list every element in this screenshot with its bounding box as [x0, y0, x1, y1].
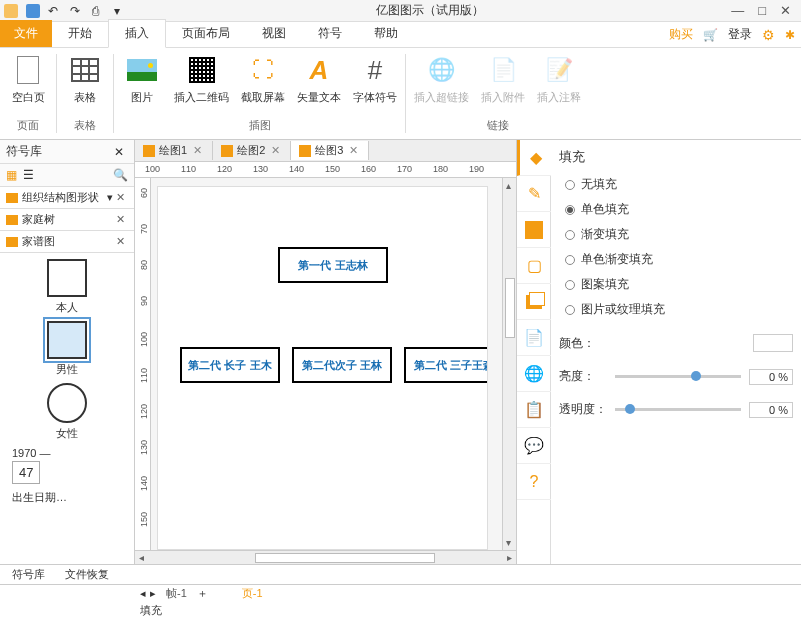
- doc-tab-3[interactable]: 绘图3 ✕: [291, 141, 369, 160]
- fill-pattern[interactable]: 图案填充: [565, 276, 793, 293]
- qr-icon: [189, 57, 215, 83]
- document-tabs: 绘图1 ✕ 绘图2 ✕ 绘图3 ✕: [135, 140, 516, 162]
- tab-start[interactable]: 开始: [52, 20, 108, 47]
- brightness-value[interactable]: 0 %: [749, 369, 793, 385]
- sheet-prev[interactable]: ◂: [140, 587, 146, 600]
- symbol-lib-tab[interactable]: 符号库: [6, 566, 51, 583]
- color-swatch[interactable]: [753, 334, 793, 352]
- fill-texture[interactable]: 图片或纹理填充: [565, 301, 793, 318]
- tab-insert[interactable]: 插入: [108, 19, 166, 48]
- tab-close[interactable]: ✕: [269, 144, 282, 157]
- sheet-next[interactable]: ▸: [150, 587, 156, 600]
- opacity-value[interactable]: 0 %: [749, 402, 793, 418]
- globe-tab-icon[interactable]: 🌐: [517, 356, 551, 392]
- shape-female[interactable]: 女性: [6, 383, 128, 441]
- fill-options: 无填充 单色填充 渐变填充 单色渐变填充 图案填充 图片或纹理填充: [559, 176, 793, 318]
- login-link[interactable]: 登录: [728, 26, 752, 43]
- maximize-button[interactable]: □: [758, 3, 766, 18]
- minimize-button[interactable]: —: [731, 3, 744, 18]
- scroll-thumb[interactable]: [255, 553, 435, 563]
- color-palette: 填充: [0, 602, 801, 618]
- comment-tab-icon[interactable]: 💬: [517, 428, 551, 464]
- print-icon[interactable]: ⎙: [92, 4, 106, 18]
- image-button[interactable]: 图片: [122, 54, 162, 105]
- cart-icon[interactable]: 🛒: [703, 28, 718, 42]
- scroll-thumb[interactable]: [505, 278, 515, 338]
- category-close[interactable]: ✕: [113, 213, 128, 226]
- line-tab-icon[interactable]: ✎: [517, 176, 551, 212]
- page-tab[interactable]: 页-1: [236, 586, 269, 601]
- panel-close-button[interactable]: ✕: [110, 145, 128, 159]
- save-icon[interactable]: [26, 4, 40, 18]
- window-buttons: — □ ✕: [731, 3, 801, 18]
- fill-solid[interactable]: 单色填充: [565, 201, 793, 218]
- table-button[interactable]: 表格: [65, 54, 105, 105]
- scroll-down-icon[interactable]: ▾: [506, 537, 511, 548]
- shape-male[interactable]: 男性: [6, 321, 128, 377]
- horizontal-scrollbar[interactable]: ◂ ▸: [135, 550, 516, 564]
- color-tab-icon[interactable]: [517, 212, 551, 248]
- fill-tab-icon[interactable]: ◆: [517, 140, 551, 176]
- doc-tab-icon[interactable]: 📋: [517, 392, 551, 428]
- fill-none[interactable]: 无填充: [565, 176, 793, 193]
- layer-tab-icon[interactable]: [517, 284, 551, 320]
- node-child-3[interactable]: 第二代 三子王森: [404, 347, 488, 383]
- category-close[interactable]: ✕: [113, 235, 128, 248]
- buy-link[interactable]: 购买: [669, 26, 693, 43]
- category-close[interactable]: ✕: [113, 191, 128, 204]
- node-child-1[interactable]: 第二代 长子 王木: [180, 347, 280, 383]
- scroll-left-icon[interactable]: ◂: [139, 552, 144, 563]
- brightness-label: 亮度：: [559, 368, 607, 385]
- tab-help[interactable]: 帮助: [358, 20, 414, 47]
- shadow-tab-icon[interactable]: ▢: [517, 248, 551, 284]
- node-child-2[interactable]: 第二代次子 王林: [292, 347, 392, 383]
- tab-layout[interactable]: 页面布局: [166, 20, 246, 47]
- year-label: 1970 —: [12, 447, 51, 459]
- shape-self[interactable]: 本人: [6, 259, 128, 315]
- node-gen1[interactable]: 第一代 王志林: [278, 247, 388, 283]
- scroll-up-icon[interactable]: ▴: [506, 180, 511, 191]
- sheet-add[interactable]: ＋: [197, 586, 208, 601]
- vector-text-button[interactable]: A 矢量文本: [297, 54, 341, 105]
- close-button[interactable]: ✕: [780, 3, 791, 18]
- tab-close[interactable]: ✕: [347, 144, 360, 157]
- settings-icon[interactable]: [762, 27, 775, 43]
- brightness-slider[interactable]: [615, 375, 741, 378]
- undo-icon[interactable]: ↶: [48, 4, 62, 18]
- image-icon: [127, 59, 157, 81]
- fill-gradient[interactable]: 渐变填充: [565, 226, 793, 243]
- doc-tab-2[interactable]: 绘图2 ✕: [213, 141, 291, 160]
- vertical-scrollbar[interactable]: ▴ ▾: [502, 178, 516, 550]
- tab-view[interactable]: 视图: [246, 20, 302, 47]
- frame-tab[interactable]: 帧-1: [160, 586, 193, 601]
- qat-more-icon[interactable]: ▾: [114, 4, 128, 18]
- hyperlink-button: 🌐 插入超链接: [414, 54, 469, 105]
- left-bottom-tabs: 符号库 文件恢复: [0, 564, 801, 584]
- search-icon[interactable]: [113, 168, 128, 182]
- screenshot-button[interactable]: ⛶ 截取屏幕: [241, 54, 285, 105]
- ribbon-group-link: 🌐 插入超链接 📄 插入附件 📝 插入注释 链接: [406, 48, 589, 139]
- page-tab-icon[interactable]: 📄: [517, 320, 551, 356]
- fill-solid-gradient[interactable]: 单色渐变填充: [565, 251, 793, 268]
- blank-page-button[interactable]: 空白页: [8, 54, 48, 105]
- help-tab-icon[interactable]: ?: [517, 464, 551, 500]
- file-recovery-tab[interactable]: 文件恢复: [59, 566, 115, 583]
- palette-label: 填充: [140, 603, 162, 618]
- doc-tab-1[interactable]: 绘图1 ✕: [135, 141, 213, 160]
- scroll-right-icon[interactable]: ▸: [507, 552, 512, 563]
- attachment-button: 📄 插入附件: [481, 54, 525, 105]
- file-menu[interactable]: 文件: [0, 20, 52, 47]
- opacity-slider[interactable]: [615, 408, 741, 411]
- category-genealogy[interactable]: 家谱图 ✕: [0, 231, 134, 253]
- category-family-tree[interactable]: 家庭树 ✕: [0, 209, 134, 231]
- tab-symbol[interactable]: 符号: [302, 20, 358, 47]
- qrcode-button[interactable]: 插入二维码: [174, 54, 229, 105]
- library-icon[interactable]: ▦: [6, 168, 17, 182]
- tab-close[interactable]: ✕: [191, 144, 204, 157]
- category-org-chart[interactable]: 组织结构图形状 ▾ ✕: [0, 187, 134, 209]
- year-value[interactable]: 47: [12, 461, 40, 484]
- drawing-canvas[interactable]: 第一代 王志林 第二代 长子 王木 第二代次子 王林 第二代 三子王森: [157, 186, 488, 550]
- redo-icon[interactable]: ↷: [70, 4, 84, 18]
- list-icon[interactable]: ☰: [23, 168, 34, 182]
- symbol-char-button[interactable]: # 字体符号: [353, 54, 397, 105]
